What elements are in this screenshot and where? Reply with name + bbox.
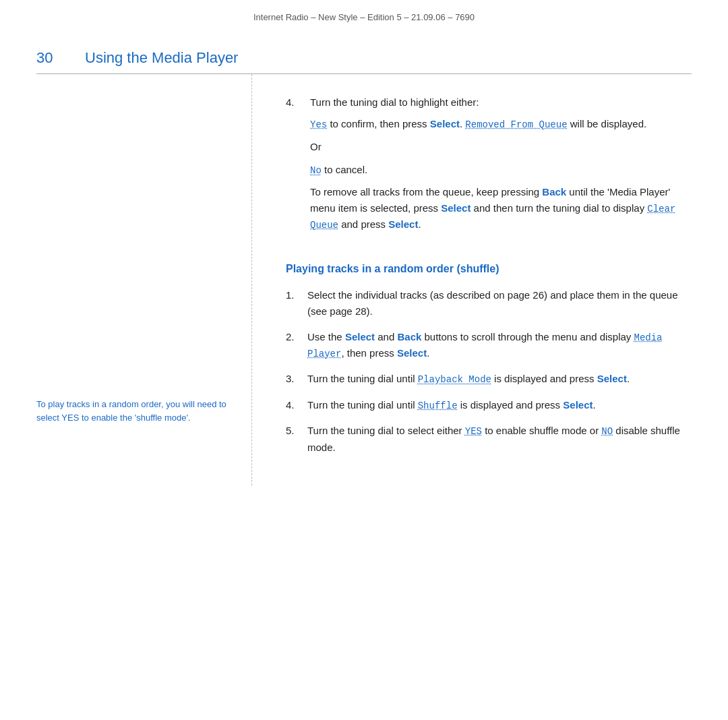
back-label1: Back <box>542 186 566 198</box>
plain-text: . <box>627 373 630 384</box>
step-num-2: 2. <box>286 329 301 362</box>
step-item-1: 1.Select the individual tracks (as descr… <box>286 287 692 320</box>
chapter-heading: 30 Using the Media Player <box>36 29 692 73</box>
or-line: Or <box>310 139 692 155</box>
remove-all-text1: To remove all tracks from the queue, kee… <box>310 186 542 198</box>
step-text-5: Turn the tuning dial to select either YE… <box>307 423 692 455</box>
plain-text: is displayed and press <box>491 373 597 384</box>
select1: Select <box>430 118 460 129</box>
plain-text: Turn the tuning dial to select either <box>307 425 465 436</box>
step-text-3: Turn the tuning dial until Playback Mode… <box>307 371 692 387</box>
step-text-4: Turn the tuning dial until Shuffle is di… <box>307 397 692 413</box>
section-heading: Playing tracks in a random order (shuffl… <box>286 263 692 275</box>
no-line: No to cancel. <box>310 162 692 178</box>
main-content: 4. Turn the tuning dial to highlight eit… <box>252 74 692 485</box>
no-label: No <box>310 165 322 176</box>
chapter-number: 30 <box>36 49 63 67</box>
yes-line: Yes to confirm, then press Select. Remov… <box>310 116 692 132</box>
sidebar: To play tracks in a random order, you wi… <box>36 74 252 485</box>
mono-blue-text: YES <box>465 426 482 437</box>
step-item-4: 4.Turn the tuning dial until Shuffle is … <box>286 397 692 413</box>
plain-text: buttons to scroll through the menu and d… <box>421 331 634 342</box>
remove-all-text3: and then turn the tuning dial to display <box>471 202 647 214</box>
bold-blue-text: Back <box>397 331 421 342</box>
plain-text: Turn the tuning dial until <box>307 373 418 384</box>
select3: Select <box>388 218 418 230</box>
page-layout: 30 Using the Media Player To play tracks… <box>0 29 728 485</box>
step-4-block: 4. Turn the tuning dial to highlight eit… <box>286 94 692 239</box>
step-item-2: 2.Use the Select and Back buttons to scr… <box>286 329 692 362</box>
step-num-5: 5. <box>286 423 301 455</box>
plain-text: . <box>593 399 596 411</box>
bold-blue-text: Select <box>597 373 627 384</box>
step-num-3: 3. <box>286 371 301 387</box>
step-num-1: 1. <box>286 287 301 320</box>
select2: Select <box>441 202 471 214</box>
page-header: Internet Radio – New Style – Edition 5 –… <box>0 0 728 29</box>
header-text: Internet Radio – New Style – Edition 5 –… <box>253 12 475 22</box>
mono-blue-text: NO <box>601 426 613 437</box>
plain-text: Turn the tuning dial until <box>307 399 418 411</box>
remove-all-text4: and press <box>338 218 388 230</box>
plain-text: , then press <box>341 347 397 359</box>
removed-suffix: will be displayed. <box>568 118 647 129</box>
step-text-2: Use the Select and Back buttons to scrol… <box>307 329 692 362</box>
step-item-5: 5.Turn the tuning dial to select either … <box>286 423 692 455</box>
step-text-1: Select the individual tracks (as describ… <box>307 287 692 320</box>
remove-all-text5: . <box>418 218 421 230</box>
steps-list: 1.Select the individual tracks (as descr… <box>286 287 692 456</box>
plain-text: Use the <box>307 331 345 342</box>
plain-text: and <box>375 331 397 342</box>
mono-blue-text: Shuffle <box>418 400 458 411</box>
yes-suffix: to confirm, then press <box>327 118 430 129</box>
chapter-title: Using the Media Player <box>85 49 238 67</box>
bold-blue-text: Select <box>345 331 375 342</box>
step-item-3: 3.Turn the tuning dial until Playback Mo… <box>286 371 692 387</box>
or-text: Or <box>310 141 322 152</box>
step-4-number: 4. <box>286 94 305 239</box>
step-num-4: 4. <box>286 397 301 413</box>
bold-blue-text: Select <box>397 347 427 359</box>
no-suffix: to cancel. <box>322 164 367 175</box>
mono-blue-text: Playback Mode <box>418 374 491 385</box>
step4-heading: Turn the tuning dial to highlight either… <box>310 96 479 108</box>
step-4-text: Turn the tuning dial to highlight either… <box>310 94 692 239</box>
plain-text: to enable shuffle mode or <box>482 425 601 436</box>
sidebar-note: To play tracks in a random order, you wi… <box>36 398 231 424</box>
plain-text: . <box>427 347 429 359</box>
plain-text: Select the individual tracks (as describ… <box>307 289 678 317</box>
yes-label: Yes <box>310 119 327 130</box>
removed-label: Removed From Queue <box>465 119 567 130</box>
content-area: To play tracks in a random order, you wi… <box>36 74 692 485</box>
plain-text: is displayed and press <box>458 399 564 411</box>
remove-all-line: To remove all tracks from the queue, kee… <box>310 184 692 233</box>
bold-blue-text: Select <box>563 399 593 411</box>
